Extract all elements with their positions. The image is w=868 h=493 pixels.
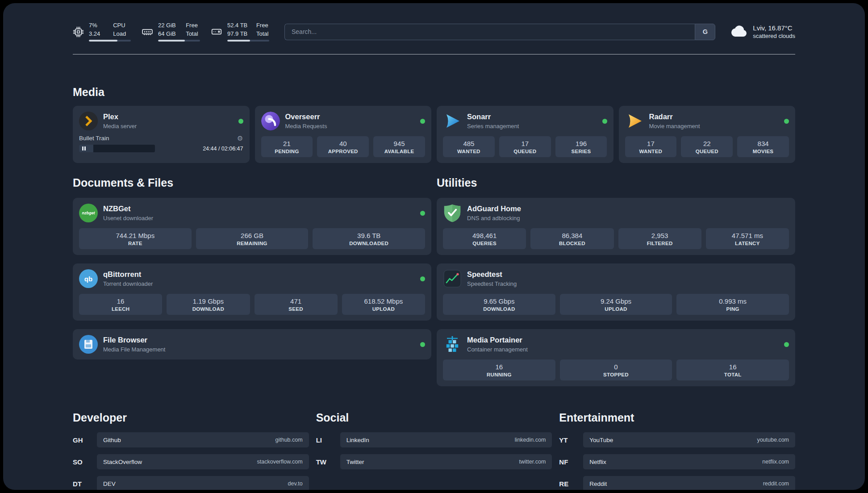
bookmark-netflix[interactable]: NF Netflix netflix.com <box>559 454 795 469</box>
cpu-icon <box>73 26 84 38</box>
stat-remaining: 266 GB REMAINING <box>196 228 309 249</box>
bookmarks-social: Social LI LinkedIn linkedin.com TW Twitt… <box>316 411 552 490</box>
stat-filtered: 2,953 FILTERED <box>618 228 701 249</box>
search-bar: G <box>284 24 715 40</box>
status-dot <box>420 342 425 347</box>
status-dot <box>602 119 607 124</box>
cpu-usage-value: 7% <box>89 22 105 29</box>
pause-icon[interactable] <box>82 146 86 150</box>
stat-upload: 618.52 Mbps UPLOAD <box>342 294 425 315</box>
utilities-column: Utilities AdGuard Home DNS and adblockin… <box>437 176 795 386</box>
app-name: NZBGet <box>103 205 153 213</box>
filebrowser-icon <box>79 335 98 354</box>
cpu-load-value: 3.24 <box>89 30 105 38</box>
app-card-adguard[interactable]: AdGuard Home DNS and adblocking 498,461 … <box>437 198 795 255</box>
disk-icon <box>211 26 222 38</box>
stat-stopped: 0 STOPPED <box>560 359 672 380</box>
app-name: Plex <box>103 113 137 121</box>
stat-pending: 21 PENDING <box>261 136 313 157</box>
disk-usage-bar <box>227 40 269 42</box>
stat-upload: 9.24 Gbps UPLOAD <box>560 294 672 315</box>
ram-usage-bar <box>158 40 200 42</box>
adguard-icon <box>443 204 462 222</box>
cpu-load-label: Load <box>113 30 131 38</box>
playback-time: 24:44 / 02:06:47 <box>203 146 243 152</box>
app-name: Sonarr <box>467 113 519 121</box>
ram-total-label: Total <box>186 30 200 38</box>
stat-queries: 498,461 QUERIES <box>443 228 526 249</box>
developer-section-title: Developer <box>73 411 309 424</box>
bookmark-stackoverflow[interactable]: SO StackOverflow stackoverflow.com <box>73 454 309 469</box>
bookmark-dev[interactable]: DT DEV dev.to <box>73 476 309 490</box>
cpu-widget: 7% CPU 3.24 Load <box>73 22 131 42</box>
stat-total: 16 TOTAL <box>676 359 789 380</box>
weather-condition: scattered clouds <box>753 33 795 39</box>
stat-approved: 40 APPROVED <box>317 136 369 157</box>
app-card-sonarr[interactable]: Sonarr Series management 485 WANTED 17 Q… <box>437 106 613 163</box>
stat-download: 1.19 Gbps DOWNLOAD <box>167 294 250 315</box>
cloud-icon <box>730 25 747 39</box>
nzbget-icon: nzbget <box>79 204 98 222</box>
search-input[interactable] <box>284 24 695 40</box>
app-subtitle: DNS and adblocking <box>467 215 521 221</box>
social-section-title: Social <box>316 411 552 424</box>
app-name: AdGuard Home <box>467 205 521 213</box>
section-bookmarks: Developer GH Github github.com SO StackO… <box>73 411 795 490</box>
disk-total-label: Total <box>256 30 269 38</box>
top-bar: 7% CPU 3.24 Load 22 GiB Free 64 GiB Tota… <box>73 20 795 43</box>
bookmark-reddit[interactable]: RE Reddit reddit.com <box>559 476 795 490</box>
section-media: Media Plex Media server Bullet Train ⚙ <box>73 86 795 163</box>
entertainment-section-title: Entertainment <box>559 411 795 424</box>
stat-available: 945 AVAILABLE <box>373 136 425 157</box>
status-dot <box>420 119 425 124</box>
qbittorrent-icon: qb <box>79 269 98 288</box>
bookmark-youtube[interactable]: YT YouTube youtube.com <box>559 432 795 447</box>
ram-total-value: 64 GiB <box>158 30 178 38</box>
radarr-icon <box>625 112 644 130</box>
status-dot <box>420 211 425 216</box>
app-subtitle: Speedtest Tracking <box>467 280 517 287</box>
bookmark-linkedin[interactable]: LI LinkedIn linkedin.com <box>316 432 552 447</box>
stat-movies: 834 MOVIES <box>737 136 789 157</box>
app-card-speedtest[interactable]: Speedtest Speedtest Tracking 9.65 Gbps D… <box>437 263 795 321</box>
app-card-plex[interactable]: Plex Media server Bullet Train ⚙ 24:44 /… <box>73 106 250 163</box>
app-card-portainer[interactable]: Media Portainer Container management 16 … <box>437 329 795 386</box>
bookmark-twitter[interactable]: TW Twitter twitter.com <box>316 454 552 469</box>
app-subtitle: Movie management <box>649 123 700 130</box>
disk-free-label: Free <box>256 22 269 29</box>
status-dot <box>784 119 789 124</box>
portainer-icon <box>443 335 462 354</box>
app-name: File Browser <box>103 336 165 345</box>
app-subtitle: Container management <box>467 346 528 353</box>
disk-free-value: 52.4 TB <box>227 22 248 29</box>
app-name: Radarr <box>649 113 700 121</box>
cpu-usage-bar <box>89 40 131 42</box>
bookmark-github[interactable]: GH Github github.com <box>73 432 309 447</box>
stat-leech: 16 LEECH <box>79 294 162 315</box>
ram-free-label: Free <box>186 22 200 29</box>
stat-queued: 22 QUEUED <box>681 136 733 157</box>
dashboard-frame: 7% CPU 3.24 Load 22 GiB Free 64 GiB Tota… <box>3 3 865 490</box>
gear-icon[interactable]: ⚙ <box>237 135 243 142</box>
bookmarks-entertainment: Entertainment YT YouTube youtube.com NF … <box>559 411 795 490</box>
app-card-filebrowser[interactable]: File Browser Media File Management <box>73 329 431 359</box>
overseerr-icon <box>261 112 280 130</box>
stat-seed: 471 SEED <box>255 294 338 315</box>
app-subtitle: Torrent downloader <box>103 280 153 287</box>
documents-column: Documents & Files nzbget NZBGet Usenet d… <box>73 176 431 386</box>
app-card-nzbget[interactable]: nzbget NZBGet Usenet downloader 744.21 M… <box>73 198 431 255</box>
documents-section-title: Documents & Files <box>73 176 431 189</box>
search-engine-button[interactable]: G <box>695 24 715 40</box>
stat-series: 196 SERIES <box>555 136 607 157</box>
stat-blocked: 86,384 BLOCKED <box>530 228 613 249</box>
app-subtitle: Media Requests <box>285 123 327 130</box>
stat-wanted: 17 WANTED <box>625 136 677 157</box>
app-card-overseerr[interactable]: Overseerr Media Requests 21 PENDING 40 A… <box>255 106 432 163</box>
playback-progress-bar[interactable] <box>79 145 155 152</box>
app-card-radarr[interactable]: Radarr Movie management 17 WANTED 22 QUE… <box>619 106 796 163</box>
app-name: Media Portainer <box>467 336 528 345</box>
app-card-qbittorrent[interactable]: qb qBittorrent Torrent downloader 16 LEE… <box>73 263 431 321</box>
app-subtitle: Usenet downloader <box>103 215 153 221</box>
section-middle: Documents & Files nzbget NZBGet Usenet d… <box>73 176 795 386</box>
utilities-section-title: Utilities <box>437 176 795 189</box>
